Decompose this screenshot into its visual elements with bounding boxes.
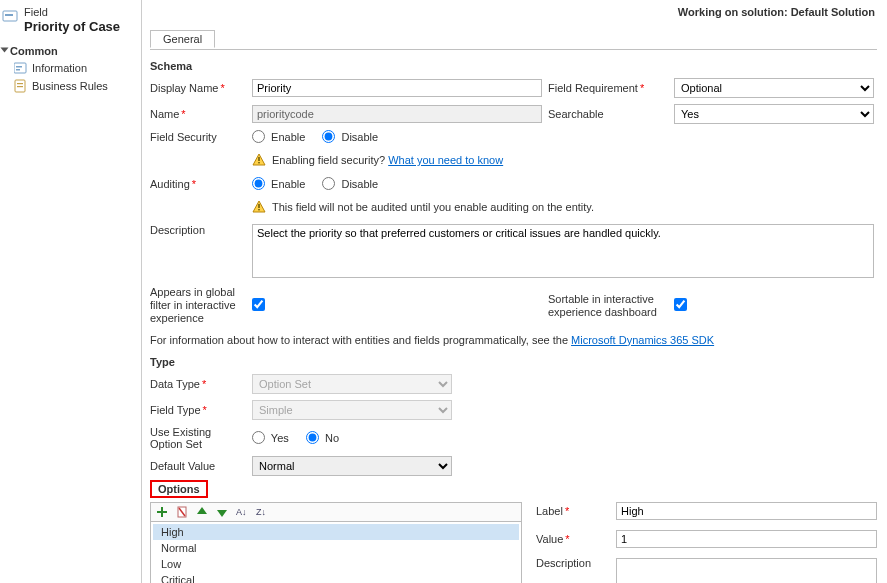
option-description-textarea[interactable] bbox=[616, 558, 877, 583]
description-textarea[interactable] bbox=[252, 224, 874, 278]
warning-icon bbox=[252, 200, 266, 214]
data-type-label: Data Type* bbox=[150, 378, 246, 390]
sdk-info-line: For information about how to interact wi… bbox=[150, 334, 877, 346]
section-type-title: Type bbox=[150, 356, 877, 368]
description-label: Description bbox=[150, 224, 246, 236]
option-label-label: Label* bbox=[536, 505, 608, 517]
sidebar-header: Field Priority of Case bbox=[0, 4, 137, 41]
name-label: Name* bbox=[150, 108, 246, 120]
svg-rect-9 bbox=[258, 157, 259, 161]
name-input bbox=[252, 105, 542, 123]
option-value-label: Value* bbox=[536, 533, 608, 545]
global-filter-label: Appears in global filter in interactive … bbox=[150, 286, 246, 326]
working-on-solution: Working on solution: Default Solution bbox=[678, 6, 875, 18]
svg-marker-18 bbox=[197, 507, 207, 514]
field-type-select: Simple bbox=[252, 400, 452, 420]
use-existing-yes-radio[interactable]: Yes bbox=[252, 432, 289, 444]
data-type-select: Option Set bbox=[252, 374, 452, 394]
fs-warning: Enabling field security? What you need t… bbox=[252, 153, 874, 167]
option-details: Label* Value* Description Color bbox=[536, 502, 877, 583]
entity-type-label: Field bbox=[24, 6, 120, 19]
tab-bar: General bbox=[150, 30, 877, 50]
auditing-disable-radio[interactable]: Disable bbox=[322, 178, 378, 190]
svg-rect-4 bbox=[16, 69, 20, 71]
auditing-warning: This field will not be audited until you… bbox=[252, 200, 874, 214]
use-existing-label: Use Existing Option Set bbox=[150, 426, 246, 450]
rules-icon bbox=[14, 79, 28, 93]
tab-general[interactable]: General bbox=[150, 30, 215, 48]
svg-rect-1 bbox=[5, 14, 13, 16]
sidebar-item-business-rules[interactable]: Business Rules bbox=[14, 77, 137, 95]
sidebar-item-label: Business Rules bbox=[32, 80, 108, 92]
warning-icon bbox=[252, 153, 266, 167]
svg-text:A↓: A↓ bbox=[236, 507, 247, 517]
sortable-checkbox[interactable] bbox=[674, 298, 687, 311]
searchable-label: Searchable bbox=[548, 108, 668, 120]
options-header: Options bbox=[150, 480, 208, 498]
auditing-enable-radio[interactable]: Enable bbox=[252, 178, 305, 190]
options-listbox: A↓ Z↓ High Normal Low Critical bbox=[150, 502, 522, 583]
svg-rect-6 bbox=[17, 83, 23, 84]
auditing-label: Auditing* bbox=[150, 178, 246, 190]
option-item-high[interactable]: High bbox=[153, 524, 519, 540]
options-list[interactable]: High Normal Low Critical bbox=[151, 522, 521, 583]
option-item-critical[interactable]: Critical bbox=[153, 572, 519, 583]
option-description-label: Description bbox=[536, 557, 608, 569]
field-type-label: Field Type* bbox=[150, 404, 246, 416]
field-requirement-select[interactable]: Optional bbox=[674, 78, 874, 98]
move-up-button[interactable] bbox=[195, 505, 209, 519]
use-existing-no-radio[interactable]: No bbox=[306, 432, 339, 444]
field-entity-icon bbox=[2, 8, 18, 24]
field-security-row: Enable Disable bbox=[252, 130, 874, 143]
section-schema-title: Schema bbox=[150, 60, 877, 72]
option-item-low[interactable]: Low bbox=[153, 556, 519, 572]
info-icon bbox=[14, 61, 28, 75]
sidebar-section-label: Common bbox=[10, 45, 58, 57]
sidebar: Field Priority of Case Common Informatio… bbox=[0, 0, 142, 583]
svg-rect-2 bbox=[14, 63, 26, 73]
global-filter-checkbox[interactable] bbox=[252, 298, 265, 311]
options-toolbar: A↓ Z↓ bbox=[151, 503, 521, 522]
default-value-select[interactable]: Normal bbox=[252, 456, 452, 476]
svg-rect-12 bbox=[258, 204, 259, 208]
use-existing-row: Yes No bbox=[252, 431, 452, 444]
display-name-input[interactable] bbox=[252, 79, 542, 97]
sidebar-section-common[interactable]: Common bbox=[0, 43, 137, 59]
field-requirement-label: Field Requirement* bbox=[548, 82, 668, 94]
svg-rect-7 bbox=[17, 86, 23, 87]
svg-rect-15 bbox=[157, 511, 167, 513]
delete-option-button[interactable] bbox=[175, 505, 189, 519]
field-security-label: Field Security bbox=[150, 131, 246, 143]
svg-rect-10 bbox=[258, 162, 259, 163]
main-content: Working on solution: Default Solution Ge… bbox=[142, 0, 887, 583]
display-name-label: Display Name* bbox=[150, 82, 246, 94]
auditing-warning-text: This field will not be audited until you… bbox=[272, 201, 594, 213]
option-label-input[interactable] bbox=[616, 502, 877, 520]
entity-title: Priority of Case bbox=[24, 19, 120, 35]
collapse-icon bbox=[1, 47, 9, 52]
fs-enable-radio[interactable]: Enable bbox=[252, 131, 305, 143]
sortable-label: Sortable in interactive experience dashb… bbox=[548, 293, 668, 319]
fs-warning-link[interactable]: What you need to know bbox=[388, 154, 503, 166]
sidebar-item-information[interactable]: Information bbox=[14, 59, 137, 77]
move-down-button[interactable] bbox=[215, 505, 229, 519]
svg-text:Z↓: Z↓ bbox=[256, 507, 266, 517]
sort-desc-button[interactable]: Z↓ bbox=[255, 505, 269, 519]
auditing-row: Enable Disable bbox=[252, 177, 874, 190]
svg-rect-13 bbox=[258, 209, 259, 210]
sort-asc-button[interactable]: A↓ bbox=[235, 505, 249, 519]
svg-marker-19 bbox=[217, 510, 227, 517]
svg-rect-3 bbox=[16, 66, 22, 68]
default-value-label: Default Value bbox=[150, 460, 246, 472]
fs-warning-text: Enabling field security? bbox=[272, 154, 385, 166]
searchable-select[interactable]: Yes bbox=[674, 104, 874, 124]
fs-disable-radio[interactable]: Disable bbox=[322, 131, 378, 143]
option-item-normal[interactable]: Normal bbox=[153, 540, 519, 556]
sdk-link[interactable]: Microsoft Dynamics 365 SDK bbox=[571, 334, 714, 346]
add-option-button[interactable] bbox=[155, 505, 169, 519]
sidebar-item-label: Information bbox=[32, 62, 87, 74]
option-value-input[interactable] bbox=[616, 530, 877, 548]
